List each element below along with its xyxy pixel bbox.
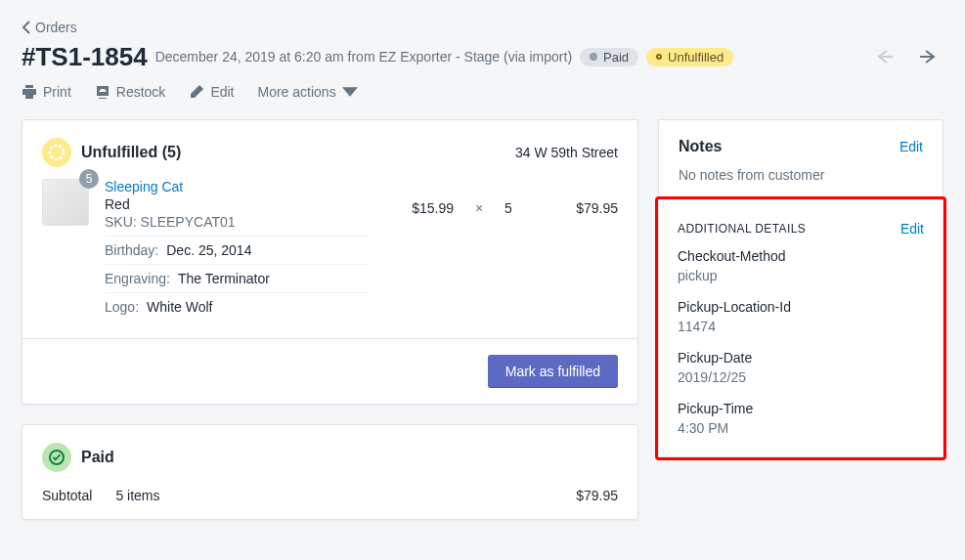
line-total: $79.95 [540,179,618,216]
edit-button[interactable]: Edit [189,84,234,100]
detail-label: Checkout-Method [678,248,924,264]
unfulfilled-status-icon [42,138,71,167]
status-badge-paid: Paid [580,48,638,66]
arrow-right-icon [918,47,938,66]
detail-label: Pickup-Time [678,401,924,416]
product-variant: Red [105,196,370,212]
status-badge-paid-label: Paid [603,50,629,65]
prev-order-button [869,41,900,72]
detail-item: Checkout-Method pickup [678,248,924,283]
unfulfilled-card: Unfulfilled (5) 34 W 59th Street 5 Sleep… [22,119,638,405]
order-subtitle: December 24, 2019 at 6:20 am from EZ Exp… [155,49,572,65]
more-actions-label: More actions [258,84,336,100]
subtotal-amount: $79.95 [576,488,618,503]
arrow-left-icon [875,47,895,66]
subtotal-items: 5 items [115,488,159,503]
status-badge-unfulfilled-label: Unfulfilled [668,50,724,65]
detail-value: 2019/12/25 [678,369,924,385]
page-title: #TS1-1854 [22,42,148,72]
dot-icon [590,53,597,61]
additional-details-section: Additional Details Edit Checkout-Method … [658,203,943,453]
detail-item: Pickup-Time 4:30 PM [678,401,924,436]
breadcrumb-label: Orders [35,20,77,35]
product-name-link[interactable]: Sleeping Cat [105,179,370,194]
mark-as-fulfilled-button[interactable]: Mark as fulfilled [488,355,618,388]
chevron-left-icon [22,21,31,34]
subtotal-label: Subtotal [42,488,92,503]
detail-label: Pickup-Date [678,350,924,366]
line-property: Logo: White Wolf [105,292,370,321]
qty-badge: 5 [79,169,99,189]
detail-label: Pickup-Location-Id [678,299,924,315]
next-order-button[interactable] [912,41,943,72]
notes-section: Notes Edit No notes from customer [659,120,943,200]
line-multiplier: × [469,179,489,216]
paid-card: Paid Subtotal 5 items $79.95 [22,424,638,520]
prop-val: The Terminator [178,271,270,286]
more-actions-button[interactable]: More actions [258,84,358,100]
detail-item: Pickup-Date 2019/12/25 [678,350,924,385]
detail-value: pickup [678,268,924,283]
restock-icon [95,84,110,100]
detail-value: 4:30 PM [678,420,924,436]
detail-value: 11474 [678,319,924,334]
product-sku: SKU: SLEEPYCAT01 [105,214,370,230]
notes-edit-link[interactable]: Edit [899,139,923,154]
status-badge-unfulfilled: Unfulfilled [646,48,733,66]
prop-key: Birthday: [105,242,158,258]
prop-key: Logo: [105,299,139,315]
pencil-icon [189,84,204,100]
print-button[interactable]: Print [22,84,71,100]
sidebar-card: Notes Edit No notes from customer Additi… [658,119,943,457]
print-label: Print [43,84,71,100]
paid-status-icon [42,443,71,472]
prop-val: White Wolf [147,299,212,315]
print-icon [22,84,37,100]
details-edit-link[interactable]: Edit [900,221,924,237]
fulfillment-location: 34 W 59th Street [515,145,618,160]
unfulfilled-title: Unfulfilled (5) [81,144,181,161]
line-price: $15.99 [385,179,454,216]
notes-empty-text: No notes from customer [679,167,923,183]
line-qty: 5 [504,179,524,216]
prop-key: Engraving: [105,271,170,286]
detail-item: Pickup-Location-Id 11474 [678,299,924,334]
line-property: Engraving: The Terminator [105,264,370,292]
line-property: Birthday: Dec. 25, 2014 [105,236,370,264]
restock-button[interactable]: Restock [95,84,166,100]
paid-title: Paid [81,449,114,466]
edit-label: Edit [210,84,234,100]
line-item: 5 Sleeping Cat Red SKU: SLEEPYCAT01 Birt… [42,179,618,321]
prop-val: Dec. 25, 2014 [166,242,251,258]
ring-icon [656,54,662,60]
svg-point-0 [50,146,64,159]
restock-label: Restock [116,84,166,100]
breadcrumb-orders[interactable]: Orders [22,20,943,35]
notes-title: Notes [679,138,722,155]
caret-down-icon [342,84,358,100]
additional-details-title: Additional Details [678,222,806,236]
